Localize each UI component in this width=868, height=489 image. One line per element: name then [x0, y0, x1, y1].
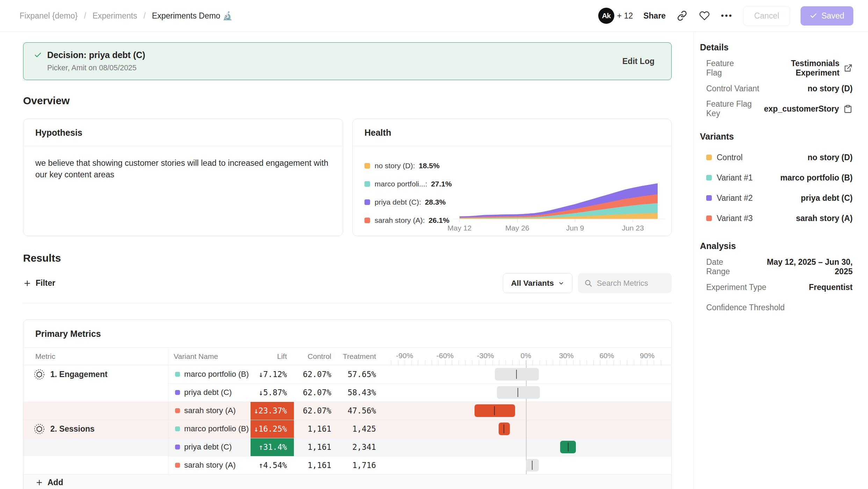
- x-axis-label: May 12: [448, 224, 472, 232]
- add-filter-button[interactable]: Filter: [23, 278, 55, 288]
- ruler-tick: [438, 360, 439, 365]
- ruler-tick: [627, 360, 627, 365]
- health-legend-item: sarah story (A)26.1%: [364, 216, 453, 225]
- control-value: 62.07%: [294, 406, 337, 415]
- treatment-value: 1,716: [337, 461, 382, 470]
- cancel-button[interactable]: Cancel: [743, 6, 790, 26]
- variant-cell: priya debt (C): [168, 388, 251, 397]
- sidebar-row: Variant #2priya debt (C): [706, 192, 853, 204]
- sidebar-label-text: Control Variant: [706, 84, 759, 93]
- legend-value: 28.3%: [425, 198, 446, 206]
- metric-goal-icon: [34, 424, 45, 434]
- variant-name: marco portfolio (B): [184, 424, 249, 433]
- breadcrumb-experiments[interactable]: Experiments: [93, 11, 137, 21]
- sidebar-row-value: exp_customerStory: [764, 104, 839, 114]
- axis-label--90: -90%: [396, 352, 413, 360]
- treatment-value: 1,425: [337, 424, 382, 433]
- ruler-tick: [465, 360, 465, 365]
- sidebar-row-label: Control: [706, 153, 743, 162]
- ruler-tick: [559, 360, 560, 365]
- avatar[interactable]: Ak: [598, 8, 614, 24]
- treatment-value: 47.56%: [337, 406, 382, 415]
- variant-name: priya debt (C): [184, 388, 232, 397]
- sidebar-row: Controlno story (D): [706, 151, 853, 163]
- ruler-tick: [540, 360, 540, 365]
- external-link-icon[interactable]: [844, 64, 853, 73]
- plus-icon: [35, 479, 43, 487]
- health-legend-item: marco portfoli...27.1%: [364, 180, 453, 188]
- metric-table-row: 1. Engagementmarco portfolio (B)↓7.12%62…: [23, 365, 671, 383]
- decision-title: Decision: priya debt (C): [47, 50, 145, 60]
- ruler-tick: [654, 360, 654, 365]
- health-chart-svg: May 12May 26Jun 9Jun 23: [453, 156, 665, 231]
- breadcrumb: Fixpanel {demo} Experiments Experiments …: [20, 11, 233, 21]
- edit-log-button[interactable]: Edit Log: [622, 57, 661, 66]
- decision-banner: Decision: priya debt (C) Picker, Amit on…: [23, 42, 672, 80]
- hypothesis-text: we believe that showing customer stories…: [23, 146, 343, 181]
- sidebar-row-value-wrap: marco portfolio (B): [780, 173, 853, 183]
- metric-search[interactable]: [578, 273, 672, 293]
- treatment-value: 2,341: [337, 442, 382, 452]
- zero-percent-gridline: [526, 365, 527, 474]
- sidebar-row: Feature Flag Keyexp_customerStory: [706, 103, 853, 115]
- add-metric-label: Add: [48, 478, 63, 487]
- sidebar-row-value: priya debt (C): [801, 193, 853, 203]
- variant-swatch-icon: [175, 408, 180, 413]
- axis-label-90: 90%: [640, 352, 654, 360]
- lift-point-tick: [532, 461, 533, 470]
- favorite-heart-icon[interactable]: [699, 10, 710, 22]
- ruler-tick: [614, 360, 614, 365]
- ruler-tick: [607, 360, 607, 365]
- sidebar-label-text: Variant #3: [717, 214, 753, 223]
- confidence-interval-bar: [526, 459, 539, 472]
- variant-swatch-icon: [706, 175, 712, 180]
- overview-heading: Overview: [23, 95, 672, 107]
- ruler-tick: [432, 360, 432, 365]
- more-options-icon[interactable]: •••: [721, 10, 733, 22]
- add-metric-button[interactable]: Add: [23, 474, 671, 489]
- copy-link-icon[interactable]: [676, 10, 688, 22]
- copy-icon[interactable]: [843, 104, 853, 114]
- sidebar-row-value: no story (D): [808, 153, 853, 162]
- chevron-down-icon: [558, 280, 564, 286]
- ruler-tick: [472, 360, 472, 365]
- filter-label: Filter: [36, 278, 55, 288]
- sidebar-row-label: Date Range: [706, 257, 748, 276]
- variant-cell: sarah story (A): [168, 461, 251, 470]
- variant-name: marco portfolio (B): [184, 370, 249, 379]
- analysis-heading: Analysis: [700, 241, 853, 251]
- sidebar-row-value-wrap: no story (D): [808, 84, 853, 93]
- metric-table-row: 2. Sessionsmarco portfolio (B)↓16.25%1,1…: [23, 420, 671, 438]
- ruler-tick: [620, 360, 621, 365]
- sidebar-row-label: Confidence Threshold: [706, 303, 785, 312]
- ruler-tick: [546, 360, 547, 365]
- column-divider: [168, 348, 168, 474]
- share-button[interactable]: Share: [643, 11, 666, 21]
- x-axis-label: Jun 9: [566, 224, 584, 232]
- ruler-tick: [499, 360, 499, 365]
- ruler-tick: [405, 360, 405, 365]
- ruler-tick: [506, 360, 506, 365]
- variants-heading: Variants: [700, 132, 853, 142]
- top-actions: Ak + 12 Share ••• Cancel Saved: [598, 6, 853, 26]
- ruler-tick: [553, 360, 553, 365]
- saved-button[interactable]: Saved: [801, 6, 853, 26]
- breadcrumb-project[interactable]: Fixpanel {demo}: [20, 11, 78, 21]
- plus-icon: [23, 279, 31, 288]
- sidebar-row-label: Experiment Type: [706, 283, 766, 292]
- lift-point-tick: [494, 406, 495, 415]
- ruler-tick: [492, 360, 493, 365]
- metric-table-row: priya debt (C)↓5.87%62.07%58.43%: [23, 383, 671, 402]
- sidebar-row-value-wrap: Testimonials Experiment: [750, 59, 853, 78]
- variant-filter-dropdown[interactable]: All Variants: [503, 273, 572, 293]
- ruler-tick: [445, 360, 446, 365]
- ruler-tick: [526, 360, 526, 365]
- sidebar-label-text: Confidence Threshold: [706, 303, 785, 312]
- legend-value: 26.1%: [428, 216, 449, 225]
- collaborators-group[interactable]: Ak + 12: [598, 8, 633, 24]
- health-card: Health no story (D)18.5%marco portfoli..…: [352, 119, 672, 236]
- legend-swatch-icon: [364, 199, 370, 205]
- breadcrumb-current-page[interactable]: Experiments Demo 🔬: [152, 11, 233, 21]
- sidebar-row: Variant #3sarah story (A): [706, 212, 853, 224]
- search-metrics-input[interactable]: [597, 279, 665, 288]
